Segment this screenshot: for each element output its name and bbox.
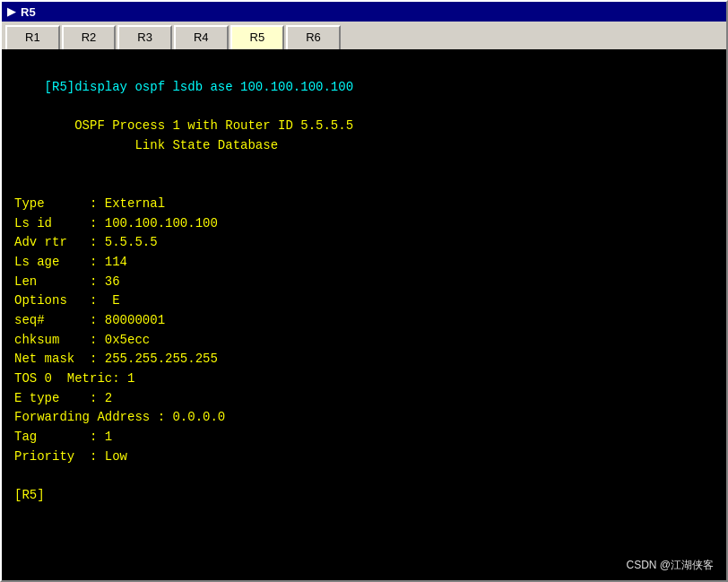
tab-r5[interactable]: R5 <box>230 25 285 49</box>
terminal-area: [R5]display ospf lsdb ase 100.100.100.10… <box>2 49 726 580</box>
terminal-line: chksum : 0x5ecc <box>14 333 150 347</box>
main-window: ▶ R5 R1R2R3R4R5R6 [R5]display ospf lsdb … <box>0 0 728 582</box>
terminal-line: Net mask : 255.255.255.255 <box>14 352 218 366</box>
window-icon: ▶ <box>7 5 15 18</box>
tab-bar: R1R2R3R4R5R6 <box>2 22 726 49</box>
window-title: R5 <box>21 5 36 19</box>
tab-r3[interactable]: R3 <box>117 25 172 49</box>
terminal-line: Options : E <box>14 293 120 308</box>
terminal-line: Ls id : 100.100.100.100 <box>14 216 218 230</box>
terminal-line: Priority : Low <box>14 449 127 464</box>
terminal-line: Tag : 1 <box>14 430 112 444</box>
terminal-content: [R5]display ospf lsdb ase 100.100.100.10… <box>14 58 714 506</box>
terminal-line: OSPF Process 1 with Router ID 5.5.5.5 <box>14 118 353 133</box>
tab-r6[interactable]: R6 <box>286 25 341 49</box>
terminal-command: [R5]display ospf lsdb ase 100.100.100.10… <box>45 80 353 94</box>
terminal-line: Type : External <box>14 196 165 211</box>
title-bar: ▶ R5 <box>2 2 726 22</box>
tab-r1[interactable]: R1 <box>5 25 60 49</box>
terminal-line: [R5] <box>14 488 45 502</box>
terminal-line: Ls age : 114 <box>14 255 127 269</box>
tab-r4[interactable]: R4 <box>174 25 229 49</box>
tab-r2[interactable]: R2 <box>62 25 117 49</box>
terminal-line: E type : 2 <box>14 391 112 405</box>
terminal-line: Forwarding Address : 0.0.0.0 <box>14 410 225 424</box>
terminal-line: Adv rtr : 5.5.5.5 <box>14 235 158 249</box>
terminal-line: Len : 36 <box>14 274 120 289</box>
terminal-line: TOS 0 Metric: 1 <box>14 371 134 386</box>
terminal-line: Link State Database <box>14 138 278 152</box>
watermark: CSDN @江湖侠客 <box>626 558 714 573</box>
terminal-line: seq# : 80000001 <box>14 313 165 327</box>
